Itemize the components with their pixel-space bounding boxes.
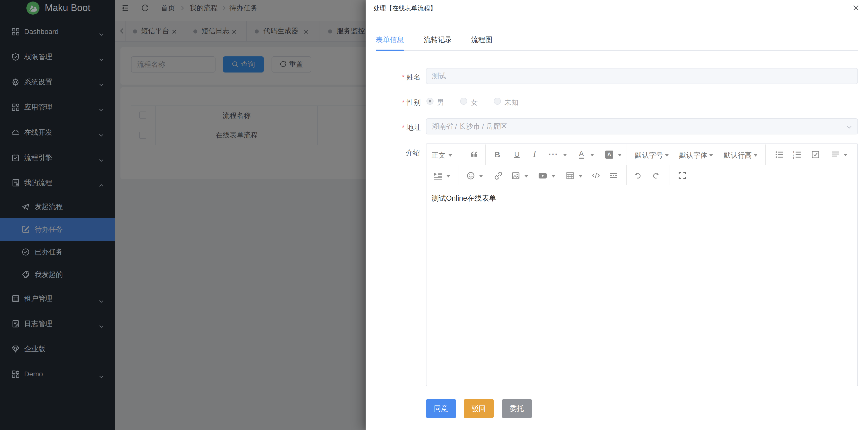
svg-text:1: 1 (793, 151, 794, 153)
svg-text:2: 2 (793, 153, 794, 156)
svg-text:3: 3 (793, 156, 794, 159)
